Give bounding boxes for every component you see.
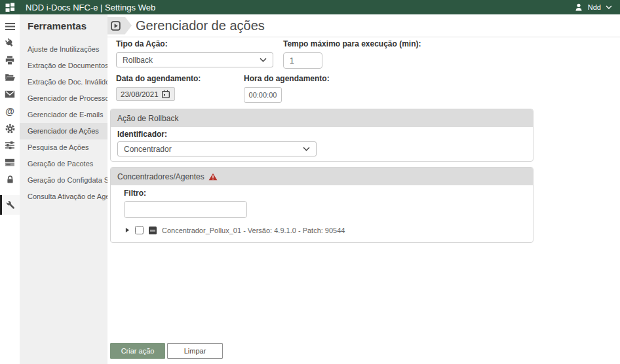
tempo-maximo-label: Tempo máximo para execução (min): xyxy=(283,40,427,48)
play-icon xyxy=(111,21,121,31)
chevron-down-icon xyxy=(260,58,267,62)
menu-icon[interactable] xyxy=(0,18,20,35)
action-form: Tipo da Ação: Rollback Tempo máximo para… xyxy=(107,37,620,243)
server-icon[interactable] xyxy=(0,154,20,171)
agents-panel-title: Concentradores/Agentes xyxy=(117,172,204,181)
data-agendamento-label: Data do agendamento: xyxy=(116,75,244,83)
clear-button[interactable]: Limpar xyxy=(167,343,223,359)
identificador-select[interactable]: Concentrador xyxy=(117,141,317,156)
sidebar-item-gerenciador-acoes[interactable]: Gerenciador de Ações xyxy=(20,123,107,139)
rollback-panel-header: Ação de Rollback xyxy=(111,109,533,127)
tree-node-checkbox[interactable] xyxy=(135,226,144,234)
app-grid-logo-icon[interactable] xyxy=(5,3,15,12)
sidebar: Ferramentas Ajuste de Inutilizações Extr… xyxy=(20,14,107,364)
agents-panel-header: Concentradores/Agentes xyxy=(111,168,533,185)
tree-expander-icon[interactable] xyxy=(125,227,130,233)
app-title: NDD i-Docs NFC-e | Settings Web xyxy=(26,3,155,12)
sidebar-item-pesquisa-acoes[interactable]: Pesquisa de Ações xyxy=(20,139,107,156)
page-title-arrow xyxy=(107,17,132,35)
warning-icon xyxy=(208,173,218,181)
chevron-down-icon xyxy=(303,147,310,151)
form-actions: Criar ação Limpar xyxy=(110,343,223,359)
tool-icon-strip: @ xyxy=(0,14,20,364)
rollback-panel-title: Ação de Rollback xyxy=(117,114,178,123)
server-node-icon xyxy=(149,227,157,234)
sidebar-item-consulta-ativacao-agente[interactable]: Consulta Ativação de Agente xyxy=(20,189,107,205)
at-sign-icon[interactable]: @ xyxy=(0,103,20,120)
sidebar-item-geracao-configdata-sat[interactable]: Geração do Configdata SAT xyxy=(20,172,107,189)
user-avatar-icon xyxy=(574,3,583,12)
filtro-input[interactable] xyxy=(124,201,247,218)
sliders-icon[interactable] xyxy=(0,137,20,154)
user-name: Ndd xyxy=(588,3,601,11)
sidebar-item-gerenciador-processos[interactable]: Gerenciador de Processos xyxy=(20,90,107,107)
identificador-label: Identificador: xyxy=(117,130,526,139)
rollback-panel: Ação de Rollback Identificador: Concentr… xyxy=(110,109,533,162)
sidebar-item-extracao-documentos[interactable]: Extração de Documentos xyxy=(20,58,107,74)
main-content: Gerenciador de ações Tipo da Ação: Rollb… xyxy=(107,14,620,364)
calendar-icon xyxy=(161,90,170,99)
identificador-value: Concentrador xyxy=(124,145,172,154)
hora-agendamento-input[interactable] xyxy=(244,87,282,103)
sidebar-item-ajuste-inutilizacoes[interactable]: Ajuste de Inutilizações xyxy=(20,41,107,58)
create-action-button[interactable]: Criar ação xyxy=(110,343,165,359)
filtro-label: Filtro: xyxy=(124,189,526,198)
chevron-down-icon xyxy=(606,5,612,9)
folder-open-icon[interactable] xyxy=(0,69,20,86)
tipo-acao-value: Rollback xyxy=(123,56,153,65)
wrench-icon[interactable] xyxy=(0,195,20,215)
plug-icon[interactable] xyxy=(0,35,20,52)
tipo-acao-select[interactable]: Rollback xyxy=(116,52,273,67)
topbar: NDD i-Docs NFC-e | Settings Web Ndd xyxy=(0,0,620,14)
lock-icon[interactable] xyxy=(0,171,20,188)
user-menu[interactable]: Ndd xyxy=(574,3,612,12)
gear-icon[interactable] xyxy=(0,120,20,137)
envelope-icon[interactable] xyxy=(0,86,20,103)
page-header: Gerenciador de ações xyxy=(107,14,620,37)
printer-icon[interactable] xyxy=(0,52,20,69)
hora-agendamento-label: Hora do agendamento: xyxy=(244,75,330,83)
agents-panel: Concentradores/Agentes Filtro: xyxy=(110,167,533,243)
tree-node-label: Concentrador_Pollux_01 - Versão: 4.9.1.0… xyxy=(162,227,345,234)
sidebar-item-gerenciador-emails[interactable]: Gerenciador de E-mails xyxy=(20,107,107,123)
data-agendamento-value: 23/08/2021 xyxy=(121,90,159,98)
sidebar-item-extracao-doc-invalidos[interactable]: Extração de Doc. Inválidos xyxy=(20,74,107,90)
tipo-acao-label: Tipo da Ação: xyxy=(116,40,283,48)
data-agendamento-field[interactable]: 23/08/2021 xyxy=(116,87,175,101)
sidebar-item-geracao-pacotes[interactable]: Geração de Pacotes xyxy=(20,156,107,172)
page-title: Gerenciador de ações xyxy=(136,18,265,33)
sidebar-title: Ferramentas xyxy=(20,20,107,41)
tempo-maximo-input[interactable] xyxy=(283,52,322,69)
tree-row[interactable]: Concentrador_Pollux_01 - Versão: 4.9.1.0… xyxy=(125,226,526,234)
